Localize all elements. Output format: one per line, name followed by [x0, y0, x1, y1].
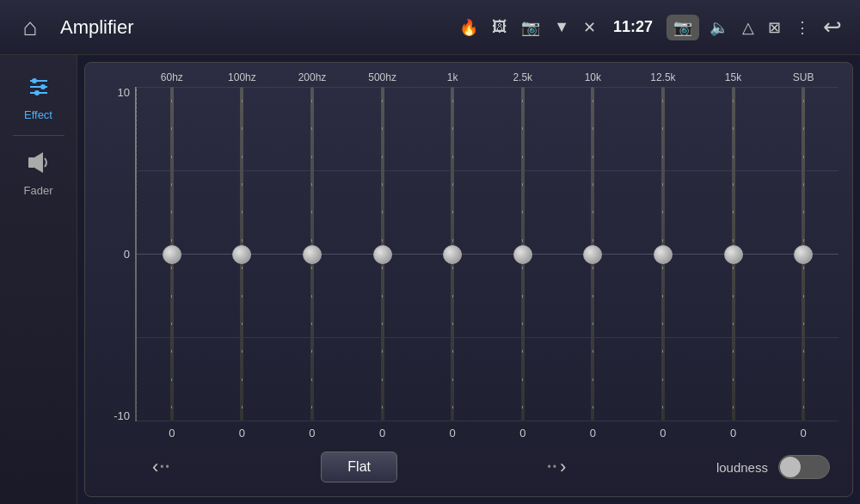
flat-button[interactable]: Flat	[321, 452, 397, 482]
freq-200hz: 200hz	[277, 71, 347, 83]
signal-x-icon: ✕	[580, 15, 599, 40]
back-button[interactable]: ↩	[814, 9, 851, 46]
slider-track-sub[interactable]	[802, 87, 805, 421]
value-labels: 0 0 0 0 0 0 0 0 0 0	[137, 427, 838, 439]
svg-rect-6	[28, 157, 34, 168]
slider-track-60hz[interactable]	[170, 87, 174, 421]
camera2-icon[interactable]: 📷	[518, 15, 544, 40]
slider-100hz[interactable]	[207, 87, 278, 421]
toggle-knob	[780, 457, 801, 477]
prev-icon: ‹	[152, 456, 158, 478]
slider-500hz[interactable]	[347, 87, 418, 421]
slider-60hz[interactable]	[137, 87, 207, 421]
time-display: 11:27	[613, 18, 653, 36]
val-500hz: 0	[347, 427, 418, 439]
eq-panel: 60hz 100hz 200hz 500hz 1k 2.5k 10k 12.5k…	[84, 62, 853, 497]
home-icon: ⌂	[23, 14, 38, 41]
y-label-neg10: -10	[114, 410, 130, 421]
volume-icon[interactable]: 🔈	[706, 15, 732, 40]
svg-marker-7	[34, 152, 43, 173]
slider-thumb-200hz[interactable]	[303, 245, 322, 264]
next-dots: ••	[548, 461, 558, 473]
val-12-5k: 0	[628, 427, 698, 439]
bottom-controls: ‹ •• Flat •• › loudness	[137, 446, 838, 488]
slider-15k[interactable]	[698, 87, 769, 421]
slider-10k[interactable]	[558, 87, 629, 421]
slider-thumb-sub[interactable]	[794, 245, 813, 264]
wifi-icon: ▼	[550, 15, 573, 40]
next-button[interactable]: •• ›	[541, 452, 574, 482]
slider-track-2-5k[interactable]	[521, 87, 525, 421]
y-label-0: 0	[124, 249, 130, 260]
slider-track-12-5k[interactable]	[661, 87, 665, 421]
val-2-5k: 0	[488, 427, 558, 439]
freq-100hz: 100hz	[207, 71, 278, 83]
flame-icon[interactable]: 🔥	[456, 15, 482, 40]
val-1k: 0	[417, 427, 488, 439]
top-icons-group: 🔥 🖼 📷 ▼ ✕ 11:27 📷 🔈 △ ⊠ ⋮	[456, 15, 814, 40]
frequency-labels: 60hz 100hz 200hz 500hz 1k 2.5k 10k 12.5k…	[137, 71, 838, 83]
more-icon[interactable]: ⋮	[791, 15, 814, 40]
val-10k: 0	[558, 427, 629, 439]
y-axis: 10 0 -10	[94, 87, 137, 421]
slider-200hz[interactable]	[277, 87, 347, 421]
slider-track-10k[interactable]	[591, 87, 594, 421]
eject-icon[interactable]: △	[739, 15, 758, 40]
slider-thumb-12-5k[interactable]	[654, 245, 673, 264]
loudness-toggle[interactable]	[778, 455, 830, 479]
svg-point-1	[32, 78, 37, 83]
val-200hz: 0	[277, 427, 347, 439]
home-button[interactable]: ⌂	[9, 6, 52, 49]
prev-button[interactable]: ‹ ••	[145, 452, 178, 482]
equalizer-icon	[26, 74, 52, 105]
camera-icon[interactable]: 📷	[666, 15, 699, 40]
freq-1k: 1k	[417, 71, 488, 83]
next-icon: ›	[560, 456, 566, 478]
sidebar-divider	[13, 135, 64, 136]
prev-dots: ••	[160, 461, 170, 473]
slider-thumb-15k[interactable]	[724, 245, 743, 264]
slider-thumb-500hz[interactable]	[373, 245, 392, 264]
effect-label: Effect	[24, 108, 52, 121]
sliders-row	[137, 87, 838, 421]
sidebar-item-fader[interactable]: Fader	[0, 139, 77, 207]
slider-thumb-2-5k[interactable]	[513, 245, 532, 264]
freq-15k: 15k	[698, 71, 769, 83]
eq-chart: 10 0 -10	[94, 87, 838, 421]
back-icon: ↩	[823, 14, 842, 40]
slider-thumb-60hz[interactable]	[163, 245, 181, 264]
sidebar-item-effect[interactable]: Effect	[0, 64, 77, 132]
slider-12-5k[interactable]	[628, 87, 698, 421]
slider-track-15k[interactable]	[732, 87, 735, 421]
svg-point-3	[40, 84, 46, 89]
slider-sub[interactable]	[768, 87, 838, 421]
slider-track-1k[interactable]	[451, 87, 454, 421]
loudness-section: loudness	[716, 455, 830, 479]
val-60hz: 0	[137, 427, 207, 439]
close-box-icon[interactable]: ⊠	[765, 15, 784, 40]
slider-track-100hz[interactable]	[240, 87, 243, 421]
slider-2-5k[interactable]	[488, 87, 558, 421]
slider-track-200hz[interactable]	[310, 87, 314, 421]
app-title: Amplifier	[60, 16, 456, 39]
freq-12-5k: 12.5k	[628, 71, 698, 83]
slider-thumb-1k[interactable]	[443, 245, 462, 264]
slider-thumb-10k[interactable]	[583, 245, 602, 264]
freq-10k: 10k	[558, 71, 629, 83]
freq-2-5k: 2.5k	[488, 71, 558, 83]
val-15k: 0	[698, 427, 769, 439]
freq-60hz: 60hz	[137, 71, 207, 83]
svg-point-5	[34, 90, 40, 95]
loudness-label: loudness	[716, 460, 768, 475]
image-icon[interactable]: 🖼	[488, 15, 511, 40]
sidebar: Effect Fader	[0, 55, 77, 504]
slider-1k[interactable]	[417, 87, 488, 421]
freq-500hz: 500hz	[347, 71, 418, 83]
top-bar: ⌂ Amplifier 🔥 🖼 📷 ▼ ✕ 11:27 📷 🔈 △ ⊠ ⋮ ↩	[0, 0, 860, 55]
val-sub: 0	[768, 427, 838, 439]
main-content: Effect Fader 60hz 100hz 200hz 500hz 1k 2…	[0, 55, 860, 504]
val-100hz: 0	[207, 427, 278, 439]
speaker-icon	[26, 150, 52, 181]
slider-track-500hz[interactable]	[381, 87, 384, 421]
slider-thumb-100hz[interactable]	[232, 245, 251, 264]
